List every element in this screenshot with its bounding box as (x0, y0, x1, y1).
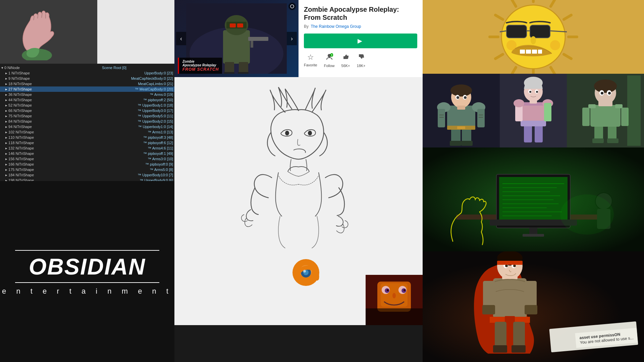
action-buttons: ☆ Favorite Follow 56K+ (304, 53, 417, 68)
tree-row[interactable]: ▸ 156 NiTriShape ™ Arms3:0 [10] (0, 156, 174, 162)
play-button[interactable]: ▶ (304, 34, 417, 48)
next-arrow[interactable]: › (287, 32, 297, 45)
svg-rect-79 (438, 109, 445, 127)
creator-name[interactable]: The Rainbow Omega Group (311, 24, 361, 29)
zombie-title-text: ZombieApocalypse RoleplayFROM SCRATCH (182, 60, 219, 72)
small-thumbnail (366, 275, 423, 325)
obsidian-subtitle: e n t e r t a i n m e n t (2, 287, 172, 296)
svg-point-126 (608, 92, 611, 95)
svg-rect-114 (607, 138, 619, 143)
svg-rect-18 (238, 72, 249, 74)
svg-point-30 (303, 270, 306, 273)
tree-row[interactable]: ▸ 198 NiTriShape ™ UpperBody9:0 [6] (0, 178, 174, 181)
follow-button[interactable]: Follow (324, 53, 335, 68)
tree-row-selected[interactable]: ▸ 27 NiTriShape ™ MeatCapBody:0 [20] (0, 86, 174, 92)
svg-rect-159 (525, 281, 537, 308)
svg-point-125 (601, 92, 603, 95)
svg-rect-160 (482, 305, 495, 314)
svg-point-148 (560, 194, 614, 235)
svg-rect-154 (495, 322, 506, 349)
svg-rect-76 (457, 126, 465, 129)
tree-row[interactable]: ▸ 184 NiTriShape ™ UpperBody10:0 [7] (0, 172, 174, 178)
tree-row[interactable]: ▸ 102 NiTriShape ™ Arms1:0 [13] (0, 129, 174, 135)
tree-row[interactable]: ▸ 175 NiTriShape ™ Arms5:0 [8] (0, 167, 174, 172)
dislike-icon (358, 53, 365, 62)
prev-arrow[interactable]: ‹ (176, 32, 186, 45)
tree-row[interactable]: ▾ 0 NiNode Scene Root [0] (0, 65, 174, 70)
favorite-icon: ☆ (307, 53, 314, 62)
svg-rect-93 (524, 124, 532, 142)
svg-rect-134 (529, 228, 537, 235)
svg-rect-42 (366, 308, 423, 325)
green-model-view (567, 74, 644, 147)
blender-logo (292, 258, 320, 288)
svg-rect-65 (538, 50, 542, 54)
dislike-button[interactable]: 18K+ (357, 53, 366, 68)
center-panel: ‹ › ZombieApocalypse RoleplayFROM SCRATC… (174, 0, 423, 362)
tree-row[interactable]: ▸ 84 NiTriShape ™ UpperBody2:0 [15] (0, 119, 174, 124)
svg-rect-135 (523, 234, 544, 237)
favorite-label: Favorite (304, 63, 317, 67)
hand-model-svg (7, 3, 91, 60)
game-title-overlay: ZombieApocalypse RoleplayFROM SCRATCH (178, 58, 222, 74)
tree-row[interactable]: ▸ 166 NiTriShape ™ pipboyoff:0 [9] (0, 162, 174, 167)
svg-rect-12 (237, 23, 243, 27)
follow-icon (326, 53, 333, 62)
tree-row[interactable]: ▸ 94 NiTriShape ™ Upperbody1:0 [14] (0, 124, 174, 129)
obsidian-bottom-line (15, 282, 159, 283)
svg-rect-17 (224, 72, 234, 74)
svg-rect-63 (526, 50, 531, 54)
dislike-count: 18K+ (357, 64, 366, 68)
tree-row[interactable]: ▸ 146 NiTriShape ™ pipboyoff:1 [49] (0, 151, 174, 156)
favorite-button[interactable]: ☆ Favorite (304, 53, 317, 67)
meme-face-panel (423, 0, 644, 74)
bottom-left-panel: ▾ 0 NiNode Scene Root [0] ▸ 1 NiTriShape… (0, 64, 174, 362)
obsidian-logo-area: OBSIDIAN e n t e r t a i n m e n t (0, 181, 174, 362)
svg-rect-94 (535, 124, 543, 142)
tree-row[interactable]: ▸ 75 NiTriShape ™ UpperBody5:0 [11] (0, 113, 174, 119)
tree-row[interactable]: ▸ 1 NiTriShape UpperBody:0 [23] (0, 70, 174, 76)
warrior-panel: asset use permissON You are not allowed … (423, 251, 644, 362)
like-button[interactable]: 56K+ (341, 53, 350, 68)
svg-point-85 (457, 96, 459, 99)
tree-row[interactable]: ▸ 44 NiTriShape ™ pipboyoff:2 [50] (0, 97, 174, 103)
svg-rect-158 (483, 281, 494, 308)
like-count: 56K+ (341, 64, 350, 68)
tree-row[interactable]: ▸ 52 NiTriShape ™ UpperBody1:0 [18] (0, 103, 174, 108)
tree-row[interactable]: ▸ 132 NiTriShape ™ Arms4:6 [11] (0, 145, 174, 151)
svg-rect-87 (457, 106, 465, 110)
svg-point-168 (513, 264, 516, 267)
tree-row[interactable]: ▸ 9 NiTriShape MeatCapNeckBody:0 [22] (0, 76, 174, 81)
small-thumb-svg (366, 275, 423, 325)
svg-rect-116 (588, 104, 596, 108)
green-glow-panel (423, 147, 644, 251)
svg-rect-13 (248, 37, 268, 41)
svg-rect-133 (499, 177, 568, 224)
soldier-model-view (423, 74, 500, 147)
tree-row[interactable]: ▸ 36 NiTriShape ™ Arms:0 [19] (0, 92, 174, 97)
green-model-svg (570, 75, 641, 146)
svg-rect-11 (230, 23, 236, 27)
tree-row[interactable]: ▸ 18 NiTriShape MeatCapLimbs:0 [21] (0, 81, 174, 86)
char-models-panel (423, 74, 644, 147)
svg-rect-169 (497, 261, 523, 265)
svg-rect-73 (461, 141, 473, 146)
svg-rect-118 (582, 108, 590, 126)
svg-point-86 (464, 96, 467, 99)
svg-point-107 (529, 91, 531, 93)
svg-rect-57 (506, 25, 527, 38)
svg-rect-155 (513, 322, 525, 349)
tree-row[interactable]: ▸ 66 NiTriShape ™ UpperBody3:0 [17] (0, 108, 174, 113)
drawing-area (174, 77, 423, 325)
svg-rect-153 (505, 316, 515, 323)
svg-rect-10 (226, 22, 247, 28)
svg-rect-117 (615, 104, 623, 108)
tree-row[interactable]: ▸ 118 NiTriShape ™ pipboyoff:6 [12] (0, 140, 174, 145)
lavender-model-svg (503, 75, 564, 146)
follow-label: Follow (324, 64, 335, 68)
svg-point-108 (536, 91, 538, 93)
svg-rect-64 (532, 50, 537, 54)
obsidian-top-line (15, 250, 159, 251)
right-panel: asset use permissON You are not allowed … (423, 0, 644, 362)
tree-row[interactable]: ▸ 110 NiTriShape ™ pipboyoff:3 [48] (0, 135, 174, 140)
